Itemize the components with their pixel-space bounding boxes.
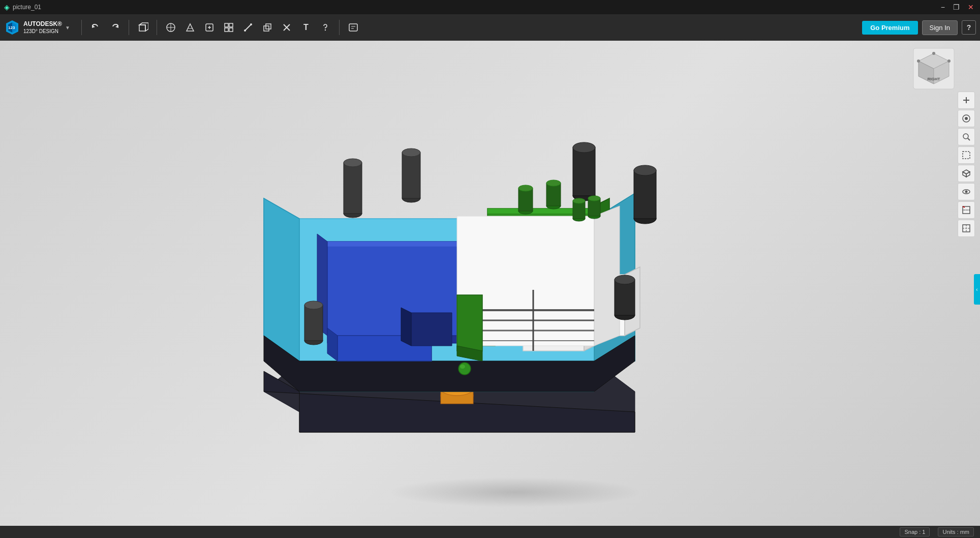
svg-rect-74 bbox=[402, 153, 420, 198]
help-tool-button[interactable] bbox=[317, 19, 334, 36]
scripts-button[interactable] bbox=[345, 19, 362, 36]
magnify-icon bbox=[961, 132, 971, 142]
frame-selection-button[interactable] bbox=[958, 146, 975, 164]
svg-point-109 bbox=[932, 52, 935, 55]
perspective-button[interactable] bbox=[958, 165, 975, 182]
svg-point-114 bbox=[963, 134, 968, 139]
svg-point-69 bbox=[460, 365, 465, 369]
primitive-button[interactable] bbox=[134, 19, 151, 36]
svg-rect-86 bbox=[304, 305, 323, 341]
close-button[interactable]: ✕ bbox=[966, 3, 976, 11]
svg-marker-117 bbox=[963, 170, 970, 174]
redo-button[interactable] bbox=[106, 19, 124, 36]
svg-rect-17 bbox=[229, 23, 233, 27]
right-toolbar bbox=[958, 92, 976, 237]
close-x-button[interactable] bbox=[278, 19, 295, 36]
svg-point-81 bbox=[634, 165, 656, 175]
fit-screen-button[interactable] bbox=[958, 110, 975, 127]
restore-button[interactable]: ❐ bbox=[951, 3, 962, 11]
svg-marker-66 bbox=[457, 295, 482, 351]
go-premium-button[interactable]: Go Premium bbox=[862, 21, 917, 35]
statusbar: Snap : 1 Units : mm bbox=[0, 526, 980, 538]
svg-point-108 bbox=[917, 59, 920, 63]
construct-button[interactable] bbox=[181, 19, 199, 36]
svg-point-78 bbox=[573, 142, 595, 153]
svg-point-26 bbox=[325, 29, 326, 31]
svg-line-115 bbox=[968, 138, 970, 140]
zoom-in-button[interactable] bbox=[958, 92, 975, 109]
pattern-icon bbox=[224, 22, 234, 33]
app-menu-dropdown[interactable]: ▼ bbox=[65, 25, 70, 31]
section-icon bbox=[961, 205, 971, 215]
undo-button[interactable] bbox=[87, 19, 104, 36]
svg-marker-118 bbox=[963, 172, 966, 177]
viewport[interactable]: RIGHT bbox=[0, 41, 980, 538]
svg-point-90 bbox=[518, 185, 533, 191]
svg-point-21 bbox=[250, 23, 252, 25]
zoom-glass-button[interactable] bbox=[958, 128, 975, 145]
svg-rect-22 bbox=[264, 26, 269, 31]
svg-point-113 bbox=[965, 117, 968, 120]
svg-rect-23 bbox=[266, 24, 271, 29]
ground-shadow bbox=[388, 477, 642, 507]
boolean-button[interactable] bbox=[259, 19, 276, 36]
svg-marker-119 bbox=[966, 172, 970, 177]
construct-icon bbox=[185, 22, 195, 33]
chevron-left-icon: ‹ bbox=[976, 287, 977, 292]
svg-rect-27 bbox=[349, 24, 357, 31]
text-button[interactable]: T bbox=[297, 19, 315, 36]
svg-point-72 bbox=[344, 159, 362, 167]
frame-icon bbox=[961, 150, 971, 160]
svg-point-68 bbox=[458, 363, 471, 375]
scene-area[interactable]: RIGHT bbox=[0, 41, 980, 538]
separator-2 bbox=[129, 20, 129, 35]
measure-button[interactable] bbox=[239, 19, 257, 36]
sign-in-button[interactable]: Sign In bbox=[922, 20, 958, 35]
svg-point-75 bbox=[402, 148, 420, 157]
viewcube-container[interactable]: RIGHT bbox=[911, 46, 957, 92]
minimize-button[interactable]: − bbox=[939, 3, 947, 11]
svg-rect-77 bbox=[573, 147, 595, 196]
cube-small-icon bbox=[961, 168, 971, 178]
viewcube[interactable]: RIGHT bbox=[911, 46, 957, 92]
svg-point-84 bbox=[615, 275, 635, 284]
modify-button[interactable] bbox=[201, 19, 218, 36]
sidebar-collapse-button[interactable]: ‹ bbox=[974, 274, 980, 305]
menubar: 123 AUTODESK® 123D° DESIGN ▼ bbox=[0, 14, 980, 41]
svg-rect-89 bbox=[518, 188, 533, 211]
autodesk-logo: 123 bbox=[4, 19, 20, 36]
pattern-button[interactable] bbox=[220, 19, 237, 36]
svg-point-93 bbox=[546, 180, 561, 186]
menubar-right: Go Premium Sign In ? bbox=[862, 20, 976, 35]
help-button[interactable]: ? bbox=[962, 20, 976, 35]
question-icon bbox=[320, 22, 330, 33]
fit-icon bbox=[961, 113, 971, 124]
svg-point-99 bbox=[573, 198, 585, 203]
svg-marker-42 bbox=[327, 242, 457, 247]
visibility-button[interactable] bbox=[958, 183, 975, 200]
svg-point-121 bbox=[965, 191, 968, 193]
hidden-line-button[interactable] bbox=[958, 220, 975, 237]
measure-icon bbox=[243, 22, 253, 33]
svg-rect-6 bbox=[139, 25, 145, 31]
svg-rect-18 bbox=[225, 28, 228, 32]
snap-setting[interactable]: Snap : 1 bbox=[900, 527, 930, 536]
svg-point-107 bbox=[947, 59, 951, 63]
svg-marker-4 bbox=[92, 25, 95, 28]
svg-point-87 bbox=[304, 301, 323, 309]
svg-marker-5 bbox=[115, 25, 118, 28]
svg-rect-71 bbox=[344, 163, 362, 214]
app-icon: ◈ bbox=[4, 3, 10, 11]
x-icon bbox=[282, 22, 292, 33]
scripts-icon bbox=[348, 22, 359, 33]
sketch-button[interactable] bbox=[162, 19, 179, 36]
section-view-button[interactable] bbox=[958, 201, 975, 219]
svg-marker-60 bbox=[594, 206, 620, 346]
separator-1 bbox=[81, 20, 82, 35]
svg-text:123: 123 bbox=[8, 25, 15, 30]
3d-model bbox=[238, 104, 696, 460]
units-setting[interactable]: Units : mm bbox=[938, 527, 974, 536]
text-icon: T bbox=[303, 23, 309, 32]
logo-area: 123 AUTODESK® 123D° DESIGN ▼ bbox=[4, 19, 70, 36]
modify-icon bbox=[204, 22, 215, 33]
